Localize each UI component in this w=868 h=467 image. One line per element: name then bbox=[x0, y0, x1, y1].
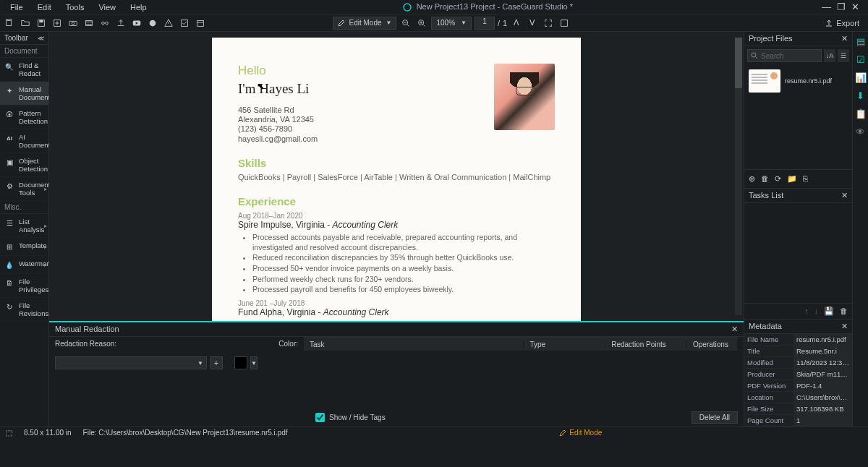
menu-tools[interactable]: Tools bbox=[59, 1, 92, 13]
menu-view[interactable]: View bbox=[91, 1, 123, 13]
panel-close-icon[interactable]: ✕ bbox=[841, 191, 848, 200]
sidebar-item-watermark[interactable]: 💧Watermark▸ bbox=[0, 256, 48, 274]
link-icon[interactable]: ⎘ bbox=[803, 174, 808, 184]
grid-view-button[interactable]: ☰ bbox=[838, 49, 849, 62]
main-toolbar: Edit Mode ▼ 100%▼ 1 / 1 ᐱ ᐯ Export bbox=[0, 14, 868, 32]
add-file-icon[interactable]: ⊕ bbox=[749, 174, 755, 184]
checklist-icon[interactable] bbox=[178, 17, 191, 30]
view-icon[interactable]: 👁 bbox=[856, 127, 865, 137]
add-reason-button[interactable]: + bbox=[210, 356, 223, 369]
files-icon[interactable]: ▤ bbox=[856, 36, 865, 47]
youtube-icon[interactable] bbox=[130, 17, 143, 30]
page-next-icon[interactable]: ᐯ bbox=[526, 17, 539, 30]
zoom-in-icon[interactable] bbox=[415, 17, 428, 30]
connect-icon[interactable] bbox=[98, 17, 111, 30]
sidebar-item-document-tools[interactable]: ⚙Document Tools▸ bbox=[0, 177, 48, 201]
file-item[interactable]: resume.nr5.i.pdf bbox=[744, 65, 852, 97]
export-button[interactable]: Export bbox=[819, 17, 865, 29]
tasks-icon[interactable]: ☑ bbox=[856, 54, 865, 65]
open-icon[interactable] bbox=[19, 17, 32, 30]
doc-job1-dates: Aug 2018–Jan 2020 bbox=[238, 212, 555, 220]
color-dropdown[interactable]: ▼ bbox=[250, 356, 258, 369]
color-swatch[interactable] bbox=[234, 356, 247, 369]
sidebar-item-find-redact[interactable]: 🔍Find & Redact bbox=[0, 58, 48, 82]
sidebar-item-file-revisions[interactable]: ↻File Revisions bbox=[0, 298, 48, 322]
folder-icon[interactable]: 📁 bbox=[787, 174, 797, 184]
zoom-out-icon[interactable] bbox=[399, 17, 412, 30]
collapse-icon[interactable]: ≪ bbox=[38, 35, 44, 42]
revisions-icon: ↻ bbox=[4, 301, 14, 312]
sidebar-item-template[interactable]: ⊞Template▸ bbox=[0, 238, 48, 256]
camera-icon[interactable] bbox=[67, 17, 80, 30]
task-delete-icon[interactable]: 🗑 bbox=[840, 307, 848, 316]
sidebar-item-file-privileges[interactable]: 🗎File Privileges bbox=[0, 274, 48, 298]
delete-all-button[interactable]: Delete All bbox=[692, 411, 738, 424]
svg-rect-4 bbox=[39, 20, 43, 22]
fullscreen-icon[interactable] bbox=[558, 17, 571, 30]
doc-job2-title: Fund Alpha, Virginia - Accounting Clerk bbox=[238, 307, 555, 317]
col-type[interactable]: Type bbox=[524, 340, 605, 348]
search-input[interactable]: Search bbox=[747, 49, 822, 62]
clipboard-icon[interactable]: 📋 bbox=[855, 108, 867, 119]
refresh-icon[interactable]: ⟳ bbox=[775, 174, 781, 184]
add-media-icon[interactable] bbox=[51, 17, 64, 30]
page-prev-icon[interactable]: ᐱ bbox=[510, 17, 523, 30]
sidebar-item-ai-document[interactable]: AIAI Document bbox=[0, 129, 48, 153]
tasks-body bbox=[744, 203, 852, 303]
save-icon[interactable] bbox=[35, 17, 48, 30]
record-icon[interactable] bbox=[146, 17, 159, 30]
show-hide-tags[interactable]: Show / Hide Tags bbox=[315, 413, 386, 422]
warning-icon[interactable] bbox=[162, 17, 175, 30]
task-down-icon[interactable]: ↓ bbox=[814, 307, 819, 316]
col-points[interactable]: Redaction Points bbox=[605, 340, 687, 348]
doc-addr1: 456 Satellite Rd bbox=[238, 106, 318, 115]
film-icon[interactable] bbox=[82, 17, 95, 30]
stats-icon[interactable]: 📊 bbox=[855, 72, 867, 83]
doc-skills-title: Skills bbox=[238, 157, 555, 169]
delete-file-icon[interactable]: 🗑 bbox=[761, 174, 769, 184]
menu-help[interactable]: Help bbox=[123, 1, 154, 13]
panel-close-icon[interactable]: ✕ bbox=[731, 325, 738, 334]
fit-icon[interactable] bbox=[542, 17, 555, 30]
show-hide-checkbox[interactable] bbox=[315, 413, 325, 422]
menu-file[interactable]: File bbox=[3, 1, 30, 13]
upload-icon[interactable] bbox=[114, 17, 127, 30]
scrollbar-thumb[interactable] bbox=[735, 38, 742, 88]
panel-close-icon[interactable]: ✕ bbox=[841, 322, 848, 331]
document-viewport[interactable]: Hello I'm Hayes Li ⬉ 456 Satellite Rd Al… bbox=[49, 32, 744, 321]
edit-mode-dropdown[interactable]: Edit Mode ▼ bbox=[333, 17, 397, 30]
doc-job2-dates: June 201 –July 2018 bbox=[238, 299, 555, 307]
page-current-input[interactable]: 1 bbox=[475, 17, 495, 30]
task-up-icon[interactable]: ↑ bbox=[804, 307, 809, 316]
export-icon[interactable]: ⬇ bbox=[856, 90, 864, 101]
page-dims: 8.50 x 11.00 in bbox=[24, 429, 72, 437]
chevron-right-icon: ▸ bbox=[44, 261, 47, 269]
col-task[interactable]: Task bbox=[304, 340, 524, 348]
calendar-icon[interactable] bbox=[194, 17, 207, 30]
export-icon bbox=[825, 19, 833, 27]
sidebar-item-manual-document[interactable]: ✦Manual Document bbox=[0, 82, 48, 106]
new-icon[interactable] bbox=[3, 17, 16, 30]
sidebar-item-list-analysis[interactable]: ☰List Analysis▸ bbox=[0, 214, 48, 238]
reason-dropdown[interactable]: ▼ bbox=[55, 356, 207, 369]
cursor-icon: ⬉ bbox=[257, 81, 264, 91]
vertical-scrollbar[interactable] bbox=[735, 38, 742, 315]
col-ops[interactable]: Operations bbox=[687, 340, 738, 348]
zoom-dropdown[interactable]: 100%▼ bbox=[431, 17, 472, 30]
task-save-icon[interactable]: 💾 bbox=[824, 307, 834, 316]
sidebar-item-pattern-detection[interactable]: ⦿Pattern Detection bbox=[0, 106, 48, 129]
sidebar-item-object-detection[interactable]: ▣Object Detection bbox=[0, 153, 48, 177]
minimize-icon[interactable]: — bbox=[822, 1, 831, 12]
tasks-title: Tasks List bbox=[749, 191, 783, 200]
svg-rect-10 bbox=[86, 20, 93, 25]
menu-edit[interactable]: Edit bbox=[30, 1, 59, 13]
svg-point-18 bbox=[150, 20, 156, 26]
close-icon[interactable]: ✕ bbox=[851, 1, 859, 12]
doc-job1-bullets: Processed accounts payable and receivabl… bbox=[252, 233, 555, 295]
page-dims-icon: ⬚ bbox=[6, 429, 12, 437]
panel-close-icon[interactable]: ✕ bbox=[841, 34, 848, 43]
document-page[interactable]: Hello I'm Hayes Li ⬉ 456 Satellite Rd Al… bbox=[212, 38, 581, 321]
sort-button[interactable]: ↓A bbox=[824, 49, 835, 62]
maximize-icon[interactable]: ❐ bbox=[837, 1, 846, 12]
svg-rect-21 bbox=[197, 20, 204, 26]
